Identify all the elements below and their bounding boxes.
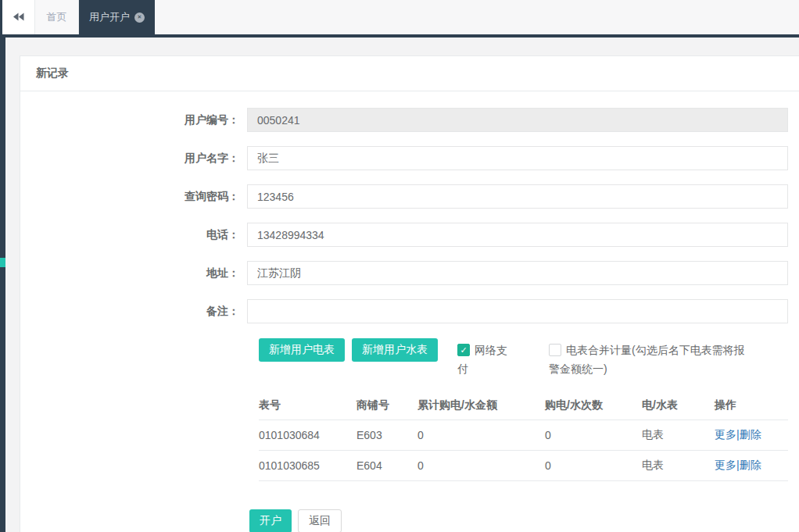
sidebar-collapsed-strip [0, 0, 5, 532]
add-electric-meter-button[interactable]: 新增用户电表 [259, 338, 345, 362]
network-payment-option[interactable]: 网络支付 [457, 341, 512, 378]
cell-total-amount: 0 [417, 451, 545, 481]
tab-home-label: 首页 [47, 10, 67, 24]
header-meter-type: 电/水表 [642, 391, 715, 420]
table-header-row: 表号 商铺号 累计购电/水金额 购电/水次数 电/水表 操作 [259, 391, 788, 420]
table-row: 0101030684 E603 0 0 电表 更多|删除 [259, 420, 788, 451]
cell-shop-no: E603 [357, 420, 417, 451]
user-name-label: 用户名字： [20, 152, 247, 166]
open-account-button[interactable]: 开户 [249, 509, 292, 532]
back-button[interactable]: 返回 [298, 509, 342, 532]
user-name-input[interactable] [247, 146, 788, 170]
header-operations: 操作 [715, 391, 788, 420]
tab-user-account-open[interactable]: 用户开户 [79, 0, 155, 34]
user-name-row: 用户名字： [20, 146, 799, 170]
cell-meter-no: 0101030684 [259, 420, 357, 451]
merge-metering-label: 电表合并计量(勾选后名下电表需将报警金额统一) [549, 344, 745, 375]
delete-link[interactable]: 删除 [740, 428, 761, 441]
header-meter-no: 表号 [259, 391, 357, 420]
account-form: 用户编号： 用户名字： 查询密码： 电话： 地址： 备注： 新增用户电表 新增用… [20, 91, 799, 532]
user-number-label: 用户编号： [20, 113, 247, 127]
remark-label: 备注： [20, 305, 247, 319]
tab-active-label: 用户开户 [89, 10, 130, 24]
cell-meter-no: 0101030685 [259, 451, 357, 481]
header-total-amount: 累计购电/水金额 [417, 391, 545, 420]
new-record-panel: 新记录 用户编号： 用户名字： 查询密码： 电话： 地址： 备注： 新增用户电表 [20, 55, 799, 532]
meter-actions-row: 新增用户电表 新增用户水表 网络支付 电表合并计量(勾选后名下电表需将报警金额统… [259, 338, 799, 378]
merge-metering-option[interactable]: 电表合并计量(勾选后名下电表需将报警金额统一) [549, 341, 752, 378]
more-link[interactable]: 更多 [715, 459, 736, 471]
collapse-sidebar-button[interactable] [2, 0, 35, 34]
header-purchase-times: 购电/水次数 [545, 391, 642, 420]
tab-close-icon[interactable] [134, 12, 145, 23]
cell-purchase-times: 0 [545, 420, 642, 451]
remark-row: 备注： [20, 299, 799, 323]
cell-shop-no: E604 [357, 451, 417, 481]
cell-meter-type: 电表 [642, 451, 715, 481]
cell-purchase-times: 0 [545, 451, 642, 481]
address-input[interactable] [247, 261, 788, 285]
form-footer: 开户 返回 [249, 509, 799, 532]
cell-total-amount: 0 [417, 420, 545, 451]
tabbar-bottom-strip [0, 34, 799, 37]
cell-meter-type: 电表 [642, 420, 715, 451]
merge-metering-checkbox[interactable] [549, 344, 561, 356]
phone-input[interactable] [247, 223, 788, 247]
query-password-row: 查询密码： [20, 184, 799, 209]
cell-operations: 更多|删除 [715, 420, 788, 451]
sidebar-accent-marker [0, 258, 5, 267]
phone-label: 电话： [20, 228, 247, 242]
address-row: 地址： [20, 261, 799, 285]
cell-operations: 更多|删除 [715, 451, 788, 481]
query-password-input[interactable] [247, 184, 788, 209]
tab-bar: 首页 用户开户 [2, 0, 799, 34]
delete-link[interactable]: 删除 [740, 459, 761, 471]
query-password-label: 查询密码： [20, 190, 247, 204]
phone-row: 电话： [20, 223, 799, 247]
user-number-row: 用户编号： [20, 108, 799, 132]
double-left-arrow-icon [13, 10, 24, 24]
remark-input[interactable] [247, 299, 788, 323]
tab-home[interactable]: 首页 [35, 0, 79, 34]
meters-table: 表号 商铺号 累计购电/水金额 购电/水次数 电/水表 操作 010103068… [259, 391, 788, 481]
panel-title: 新记录 [20, 56, 799, 91]
address-label: 地址： [20, 266, 247, 280]
header-shop-no: 商铺号 [357, 391, 417, 420]
table-row: 0101030685 E604 0 0 电表 更多|删除 [259, 451, 788, 481]
more-link[interactable]: 更多 [715, 428, 736, 441]
user-number-input [247, 108, 788, 132]
network-payment-checkbox[interactable] [457, 344, 470, 356]
add-water-meter-button[interactable]: 新增用户水表 [352, 338, 438, 362]
